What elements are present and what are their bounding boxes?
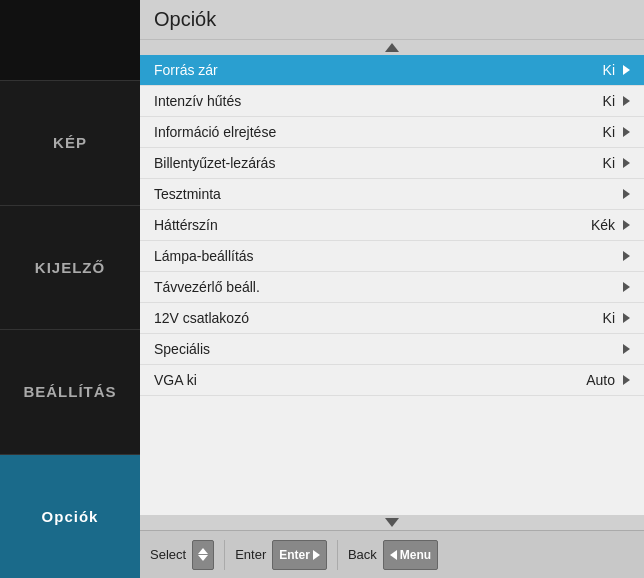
back-button[interactable]: Back xyxy=(348,547,377,562)
menu-item-tavvezerlő-beall[interactable]: Távvezérlő beáll. xyxy=(140,272,644,303)
menu-item-label-hatterszin: Háttérszín xyxy=(154,217,591,233)
menu-item-specialis[interactable]: Speciális xyxy=(140,334,644,365)
chevron-icon-informacio-elrejtese xyxy=(623,127,630,137)
menu-item-value-forras-zar: Ki xyxy=(603,62,630,78)
sidebar-item-kep[interactable]: KÉP xyxy=(0,80,140,205)
bottom-bar: Select Enter Enter Back Menu xyxy=(140,530,644,578)
menu-item-label-informacio-elrejtese: Információ elrejtése xyxy=(154,124,603,140)
menu-item-label-lampa-beallitas: Lámpa-beállítás xyxy=(154,248,615,264)
sidebar-item-opciok[interactable]: Opciók xyxy=(0,454,140,579)
back-icon-box: Menu xyxy=(383,540,438,570)
select-nav-icon xyxy=(192,540,214,570)
chevron-icon-tavvezerlő-beall xyxy=(623,282,630,292)
back-arrow-icon xyxy=(390,550,397,560)
menu-item-value-lampa-beallitas xyxy=(615,251,630,261)
menu-item-lampa-beallitas[interactable]: Lámpa-beállítás xyxy=(140,241,644,272)
menu-item-value-informacio-elrejtese: Ki xyxy=(603,124,630,140)
sidebar-top xyxy=(0,0,140,80)
nav-up-icon xyxy=(198,548,208,554)
sidebar-label-kep: KÉP xyxy=(53,134,87,151)
sidebar-item-kijelzo[interactable]: KIJELZŐ xyxy=(0,205,140,330)
menu-item-value-hatterszin: Kék xyxy=(591,217,630,233)
sidebar: KÉP KIJELZŐ BEÁLLÍTÁS Opciók xyxy=(0,0,140,578)
menu-text: Menu xyxy=(400,548,431,562)
chevron-icon-lampa-beallitas xyxy=(623,251,630,261)
menu-item-tesztminta[interactable]: Tesztminta xyxy=(140,179,644,210)
menu-item-intenziv-hutes[interactable]: Intenzív hűtés Ki xyxy=(140,86,644,117)
menu-item-informacio-elrejtese[interactable]: Információ elrejtése Ki xyxy=(140,117,644,148)
select-label: Select xyxy=(150,547,186,562)
menu-item-billentyuzet-lezaras[interactable]: Billentyűzet-lezárás Ki xyxy=(140,148,644,179)
chevron-icon-tesztminta xyxy=(623,189,630,199)
sidebar-label-beallitas: BEÁLLÍTÁS xyxy=(23,383,116,400)
chevron-icon-intenziv-hutes xyxy=(623,96,630,106)
chevron-icon-hatterszin xyxy=(623,220,630,230)
divider-2 xyxy=(337,540,338,570)
menu-item-label-tavvezerlő-beall: Távvezérlő beáll. xyxy=(154,279,615,295)
menu-item-label-12v-csatlakozo: 12V csatlakozó xyxy=(154,310,603,326)
enter-text: Enter xyxy=(279,548,310,562)
menu-list: Forrás zár Ki Intenzív hűtés Ki Informác… xyxy=(140,55,644,515)
menu-item-label-billentyuzet-lezaras: Billentyűzet-lezárás xyxy=(154,155,603,171)
menu-item-label-tesztminta: Tesztminta xyxy=(154,186,615,202)
nav-down-icon xyxy=(198,555,208,561)
chevron-icon-12v-csatlakozo xyxy=(623,313,630,323)
menu-item-label-forras-zar: Forrás zár xyxy=(154,62,603,78)
menu-item-vga-ki[interactable]: VGA ki Auto xyxy=(140,365,644,396)
chevron-icon-specialis xyxy=(623,344,630,354)
chevron-icon-forras-zar xyxy=(623,65,630,75)
menu-item-value-12v-csatlakozo: Ki xyxy=(603,310,630,326)
sidebar-item-beallitas[interactable]: BEÁLLÍTÁS xyxy=(0,329,140,454)
enter-arrow-icon xyxy=(313,550,320,560)
menu-item-value-tesztminta xyxy=(615,189,630,199)
menu-item-value-intenziv-hutes: Ki xyxy=(603,93,630,109)
scroll-bottom-indicator xyxy=(140,515,644,530)
select-button[interactable]: Select xyxy=(150,547,186,562)
enter-label: Enter xyxy=(235,547,266,562)
main-panel: Opciók Forrás zár Ki Intenzív hűtés Ki I… xyxy=(140,0,644,578)
back-label: Back xyxy=(348,547,377,562)
scroll-top-indicator xyxy=(140,40,644,55)
enter-button[interactable]: Enter xyxy=(235,547,266,562)
arrow-down-icon xyxy=(385,518,399,527)
sidebar-label-kijelzo: KIJELZŐ xyxy=(35,259,105,276)
menu-item-label-vga-ki: VGA ki xyxy=(154,372,586,388)
menu-title: Opciók xyxy=(140,0,644,40)
menu-item-label-specialis: Speciális xyxy=(154,341,615,357)
divider-1 xyxy=(224,540,225,570)
menu-item-value-vga-ki: Auto xyxy=(586,372,630,388)
menu-item-value-specialis xyxy=(615,344,630,354)
menu-item-12v-csatlakozo[interactable]: 12V csatlakozó Ki xyxy=(140,303,644,334)
arrow-up-icon xyxy=(385,43,399,52)
chevron-icon-vga-ki xyxy=(623,375,630,385)
menu-item-label-intenziv-hutes: Intenzív hűtés xyxy=(154,93,603,109)
enter-icon-box: Enter xyxy=(272,540,327,570)
menu-item-value-billentyuzet-lezaras: Ki xyxy=(603,155,630,171)
menu-item-value-tavvezerlő-beall xyxy=(615,282,630,292)
menu-item-forras-zar[interactable]: Forrás zár Ki xyxy=(140,55,644,86)
chevron-icon-billentyuzet-lezaras xyxy=(623,158,630,168)
sidebar-label-opciok: Opciók xyxy=(42,508,99,525)
menu-item-hatterszin[interactable]: Háttérszín Kék xyxy=(140,210,644,241)
